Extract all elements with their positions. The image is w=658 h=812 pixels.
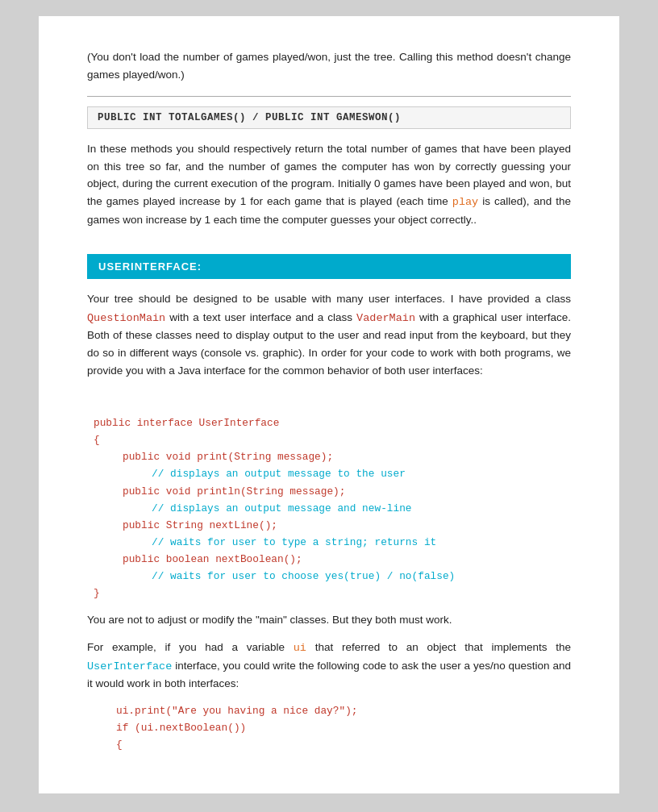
code-comment6-text: // waits for user to choose yes(true) / …	[152, 570, 455, 582]
question-main-text: QuestionMain	[87, 312, 165, 324]
code-line3: public void print(String message);	[94, 448, 571, 465]
bottom-text2: For example, if you had a variable ui th…	[87, 639, 571, 693]
userinterface-header: USERINTERFACE:	[87, 254, 571, 279]
vader-main-text: VaderMain	[356, 312, 415, 324]
userinterface-body: Your tree should be designed to be usabl…	[87, 290, 571, 379]
code-comment6: // waits for user to choose yes(true) / …	[94, 568, 571, 585]
spacer2	[87, 390, 571, 405]
code-nextline: public String nextLine();	[123, 519, 277, 531]
code-line4: public void println(String message);	[94, 483, 571, 500]
userinterface-ref: UserInterface	[87, 660, 172, 673]
bottom-text1: You are not to adjust or modify the "mai…	[87, 611, 571, 629]
code-line5: public String nextLine();	[94, 517, 571, 534]
example-line2: if (ui.nextBoolean())	[116, 719, 571, 736]
code-comment5-text: // waits for user to type a string; retu…	[152, 536, 436, 548]
code-kw1: public interface UserInterface	[94, 417, 279, 429]
code-brace-open: {	[94, 434, 100, 446]
code-nextboolean: public boolean nextBoolean();	[123, 553, 302, 565]
code-brace-close: }	[94, 587, 100, 599]
code-line7: }	[94, 585, 571, 602]
code-line1: public interface UserInterface	[94, 414, 571, 431]
example-brace: {	[116, 739, 123, 751]
bt2-mid-text: that referred to an object that implemen…	[315, 641, 571, 653]
code-println: public void println(String message);	[123, 485, 345, 498]
example-code-block: ui.print("Are you having a nice day?"); …	[87, 702, 571, 753]
code-comment3: // displays an output message to the use…	[94, 465, 571, 482]
code-line2: {	[94, 431, 571, 448]
intro-paragraph: (You don't load the number of games play…	[87, 48, 571, 83]
method-banner: PUBLIC INT TOTALGAMES() / PUBLIC INT GAM…	[87, 106, 571, 129]
code-comment3-text: // displays an output message to the use…	[152, 468, 406, 480]
code-print: public void print(String message);	[123, 451, 333, 463]
ui-body-text1: Your tree should be designed to be usabl…	[87, 293, 571, 305]
page-container: (You don't load the number of games play…	[39, 16, 619, 793]
ui-body-text2b: with a text user interface and a class	[169, 311, 352, 323]
example-if: if (ui.nextBoolean())	[116, 722, 246, 734]
code-comment4: // displays an output message and new-li…	[94, 500, 571, 517]
code-comment5: // waits for user to type a string; retu…	[94, 534, 571, 551]
code-block: public interface UserInterface { public …	[87, 414, 571, 602]
method-description: In these methods you should respectively…	[87, 140, 571, 228]
play-highlight: play	[452, 196, 478, 208]
example-print: ui.print("Are you having a nice day?");	[116, 705, 358, 717]
ui-variable-text: ui	[294, 642, 306, 654]
section-divider	[87, 96, 571, 97]
example-line3: {	[116, 736, 571, 753]
code-comment4-text: // displays an output message and new-li…	[152, 502, 412, 514]
example-line1: ui.print("Are you having a nice day?");	[116, 702, 571, 719]
code-line6: public boolean nextBoolean();	[94, 551, 571, 568]
spacer1	[87, 239, 571, 254]
bt2-pre: For example, if you had a variable	[87, 641, 285, 653]
